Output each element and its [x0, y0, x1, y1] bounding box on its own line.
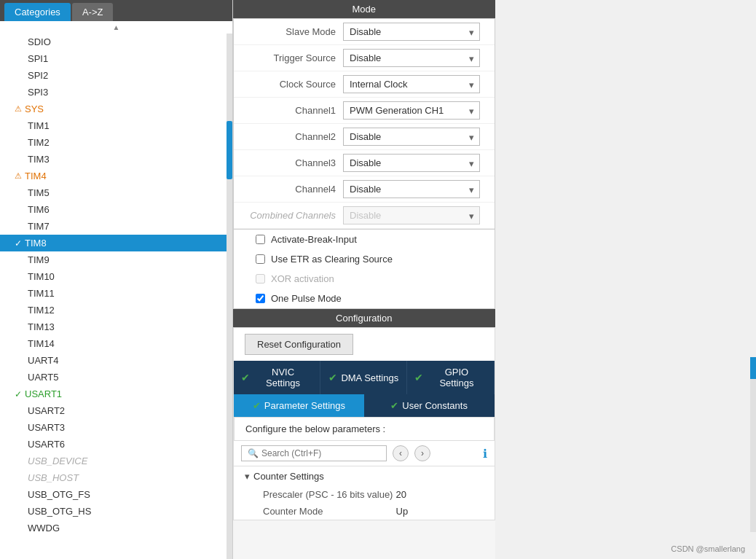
- checkbox-3[interactable]: [256, 294, 265, 303]
- sidebar-item-label: TIM5: [28, 187, 50, 198]
- mode-select-7[interactable]: Disable: [343, 206, 480, 224]
- sidebar-item-tim6[interactable]: TIM6: [0, 201, 227, 218]
- sidebar-item-sys[interactable]: ⚠SYS: [0, 101, 227, 117]
- tab-categories[interactable]: Categories: [4, 3, 71, 21]
- sidebar-item-spi1[interactable]: SPI1: [0, 50, 227, 67]
- mode-select-wrapper-4: Disable: [343, 128, 480, 146]
- checkbox-row-1: Use ETR as Clearing Source: [234, 249, 495, 269]
- config-tab1-0[interactable]: ✔NVIC Settings: [234, 361, 320, 394]
- checkbox-0[interactable]: [256, 235, 265, 244]
- mode-row-3: Channel1PWM Generation CH1: [234, 98, 495, 124]
- sidebar-item-tim3[interactable]: TIM3: [0, 151, 227, 168]
- config-tab1-2[interactable]: ✔GPIO Settings: [407, 361, 494, 394]
- checkbox-1[interactable]: [256, 254, 265, 264]
- sidebar-tabs: Categories A->Z: [0, 0, 232, 21]
- mode-select-wrapper-2: Internal Clock: [343, 75, 480, 93]
- mode-row-4: Channel2Disable: [234, 124, 495, 150]
- sidebar-item-label: SPI1: [28, 53, 48, 64]
- mode-field-label-3: Channel1: [248, 105, 336, 116]
- sidebar-item-label: USART1: [25, 388, 62, 399]
- config-description: Configure the below parameters :: [234, 417, 495, 441]
- config-section: Configuration Reset Configuration ✔NVIC …: [233, 309, 495, 559]
- config-tabs-row1: ✔NVIC Settings✔DMA Settings✔GPIO Setting…: [234, 361, 495, 394]
- sidebar-item-usart2[interactable]: USART2: [0, 402, 227, 419]
- sidebar-item-tim4[interactable]: ⚠TIM4: [0, 168, 227, 184]
- mode-header: Mode: [233, 0, 495, 18]
- scrollbar-thumb[interactable]: [227, 121, 232, 179]
- mode-select-5[interactable]: Disable: [343, 154, 480, 172]
- sidebar-item-tim1[interactable]: TIM1: [0, 117, 227, 134]
- mode-field-label-1: Trigger Source: [248, 52, 336, 63]
- param-row-0-0: Prescaler (PSC - 16 bits value)20: [234, 486, 495, 503]
- mode-checkboxes: Activate-Break-InputUse ETR as Clearing …: [233, 230, 495, 309]
- tab2-label-0: Parameter Settings: [264, 400, 345, 411]
- config-tabs-row2: ✔Parameter Settings✔User Constants: [234, 394, 495, 417]
- sidebar-item-tim5[interactable]: TIM5: [0, 184, 227, 201]
- mode-field-label-7: Combined Channels: [248, 210, 336, 221]
- sidebar-item-tim2[interactable]: TIM2: [0, 134, 227, 151]
- sidebar-item-usb_otg_fs[interactable]: USB_OTG_FS: [0, 486, 227, 503]
- checkbox-label-3: One Pulse Mode: [271, 293, 342, 304]
- sidebar-item-label: USB_DEVICE: [28, 456, 87, 466]
- param-row-0-1: Counter ModeUp: [234, 503, 495, 520]
- checkbox-row-2: XOR activation: [234, 269, 495, 289]
- search-input[interactable]: [261, 448, 380, 458]
- reset-config-button[interactable]: Reset Configuration: [245, 334, 353, 355]
- sidebar-item-sdio[interactable]: SDIO: [0, 34, 227, 50]
- mode-select-2[interactable]: Internal Clock: [343, 75, 480, 93]
- mode-select-6[interactable]: Disable: [343, 180, 480, 198]
- sidebar-item-tim11[interactable]: TIM11: [0, 285, 227, 302]
- checkbox-label-1: Use ETR as Clearing Source: [271, 254, 393, 265]
- sidebar-item-uart4[interactable]: UART4: [0, 352, 227, 369]
- sidebar-item-tim13[interactable]: TIM13: [0, 318, 227, 335]
- sidebar-item-label: TIM10: [28, 271, 55, 282]
- mode-select-4[interactable]: Disable: [343, 128, 480, 146]
- config-tab1-1[interactable]: ✔DMA Settings: [320, 361, 407, 394]
- sidebar-item-usart3[interactable]: USART3: [0, 419, 227, 436]
- sidebar-item-tim8[interactable]: ✓TIM8: [0, 235, 227, 251]
- tab-atoz[interactable]: A->Z: [72, 3, 114, 21]
- sidebar-item-usb_host[interactable]: USB_HOST: [0, 469, 227, 486]
- mode-field-label-0: Slave Mode: [248, 26, 336, 37]
- sidebar-scrollbar[interactable]: [227, 34, 232, 559]
- sidebar-item-usart1[interactable]: ✓USART1: [0, 386, 227, 402]
- sidebar-item-tim14[interactable]: TIM14: [0, 335, 227, 352]
- sidebar-item-tim12[interactable]: TIM12: [0, 302, 227, 318]
- info-icon[interactable]: ℹ: [483, 447, 487, 461]
- sidebar-list: SDIOSPI1SPI2SPI3⚠SYSTIM1TIM2TIM3⚠TIM4TIM…: [0, 34, 227, 559]
- config-tab2-0[interactable]: ✔Parameter Settings: [234, 394, 364, 417]
- sidebar-item-usb_device[interactable]: USB_DEVICE: [0, 453, 227, 469]
- mode-row-6: Channel4Disable: [234, 176, 495, 203]
- mode-select-0[interactable]: Disable: [343, 23, 480, 41]
- sidebar-item-usb_otg_hs[interactable]: USB_OTG_HS: [0, 503, 227, 520]
- param-section-header-0[interactable]: ▾ Counter Settings: [234, 466, 495, 486]
- sidebar-item-tim10[interactable]: TIM10: [0, 268, 227, 285]
- sidebar-item-spi2[interactable]: SPI2: [0, 67, 227, 84]
- tab-check-icon-2: ✔: [414, 372, 423, 383]
- nav-next-button[interactable]: ›: [414, 445, 430, 461]
- sidebar-item-uart5[interactable]: UART5: [0, 369, 227, 386]
- mode-select-3[interactable]: PWM Generation CH1: [343, 101, 480, 120]
- nav-prev-button[interactable]: ‹: [393, 445, 409, 461]
- sidebar-item-spi3[interactable]: SPI3: [0, 84, 227, 101]
- config-tab2-1[interactable]: ✔User Constants: [364, 394, 495, 417]
- mode-fields: Slave ModeDisableTrigger SourceDisableCl…: [233, 18, 495, 230]
- mode-select-wrapper-3: PWM Generation CH1: [343, 101, 480, 120]
- sidebar-item-usart6[interactable]: USART6: [0, 436, 227, 453]
- tab-check-icon-0: ✔: [241, 372, 250, 383]
- warning-icon: ⚠: [15, 171, 22, 181]
- checkbox-2[interactable]: [256, 274, 265, 284]
- mode-select-wrapper-7: Disable: [343, 206, 480, 224]
- mode-field-label-6: Channel4: [248, 184, 336, 195]
- sidebar-item-label: USB_OTG_HS: [28, 506, 91, 517]
- mode-field-label-2: Clock Source: [248, 79, 336, 90]
- mode-select-1[interactable]: Disable: [343, 49, 480, 67]
- sidebar-item-tim7[interactable]: TIM7: [0, 218, 227, 235]
- sidebar-item-label: USB_HOST: [28, 472, 79, 483]
- warning-icon: ⚠: [15, 104, 22, 114]
- param-value-0-1: Up: [396, 506, 484, 517]
- sidebar-item-tim9[interactable]: TIM9: [0, 251, 227, 268]
- sidebar-item-wwdg[interactable]: WWDG: [0, 520, 227, 536]
- checkbox-row-0: Activate-Break-Input: [234, 230, 495, 249]
- scroll-up-arrow[interactable]: ▲: [0, 21, 232, 34]
